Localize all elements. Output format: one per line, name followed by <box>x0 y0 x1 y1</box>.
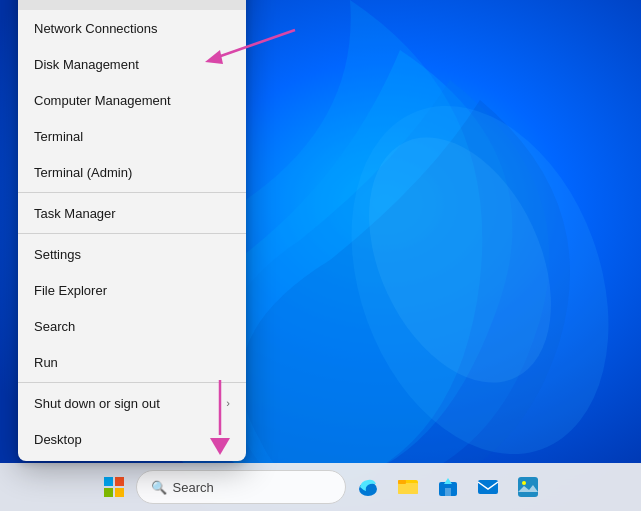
menu-item-label: Desktop <box>34 432 82 447</box>
svg-rect-10 <box>115 488 124 497</box>
menu-item-label: Terminal (Admin) <box>34 165 132 180</box>
search-label: Search <box>173 480 214 495</box>
taskbar-icon-2[interactable] <box>390 469 426 505</box>
start-button[interactable] <box>96 469 132 505</box>
svg-rect-18 <box>478 480 498 494</box>
store-icon <box>437 476 459 498</box>
menu-item-disk-management[interactable]: Disk Management <box>18 46 246 82</box>
photos-icon <box>517 476 539 498</box>
menu-item-label: Search <box>34 319 75 334</box>
edge-icon <box>356 475 380 499</box>
context-menu: SystemDevice ManagerNetwork ConnectionsD… <box>18 0 246 461</box>
svg-rect-19 <box>518 477 538 497</box>
explorer-icon <box>397 476 419 498</box>
menu-item-computer-management[interactable]: Computer Management <box>18 82 246 118</box>
desktop: SystemDevice ManagerNetwork ConnectionsD… <box>0 0 641 511</box>
taskbar-icon-4[interactable] <box>470 469 506 505</box>
menu-item-settings[interactable]: Settings <box>18 236 246 272</box>
svg-rect-14 <box>398 480 406 484</box>
menu-item-label: Computer Management <box>34 93 171 108</box>
svg-rect-7 <box>104 477 113 486</box>
mail-icon <box>477 476 499 498</box>
menu-item-label: Run <box>34 355 58 370</box>
svg-point-20 <box>522 481 526 485</box>
menu-item-file-explorer[interactable]: File Explorer <box>18 272 246 308</box>
search-icon: 🔍 <box>151 480 167 495</box>
menu-item-label: Settings <box>34 247 81 262</box>
menu-item-terminal[interactable]: Terminal <box>18 118 246 154</box>
menu-item-terminal-admin[interactable]: Terminal (Admin) <box>18 154 246 190</box>
menu-item-label: Task Manager <box>34 206 116 221</box>
taskbar-icon-5[interactable] <box>510 469 546 505</box>
chevron-right-icon: › <box>226 397 230 409</box>
svg-marker-16 <box>444 478 452 484</box>
menu-item-label: File Explorer <box>34 283 107 298</box>
menu-item-device-manager[interactable]: Device Manager <box>18 0 246 10</box>
svg-rect-9 <box>104 488 113 497</box>
menu-item-desktop[interactable]: Desktop <box>18 421 246 457</box>
svg-rect-13 <box>398 483 418 494</box>
taskbar-center: 🔍 Search <box>96 469 546 505</box>
taskbar: 🔍 Search <box>0 463 641 511</box>
taskbar-icon-1[interactable] <box>350 469 386 505</box>
taskbar-icon-3[interactable] <box>430 469 466 505</box>
menu-item-search[interactable]: Search <box>18 308 246 344</box>
menu-item-run[interactable]: Run <box>18 344 246 380</box>
svg-rect-8 <box>115 477 124 486</box>
menu-item-shut-down[interactable]: Shut down or sign out› <box>18 385 246 421</box>
menu-divider <box>18 233 246 234</box>
menu-divider <box>18 382 246 383</box>
menu-item-network-connections[interactable]: Network Connections <box>18 10 246 46</box>
menu-item-label: Terminal <box>34 129 83 144</box>
taskbar-search[interactable]: 🔍 Search <box>136 470 346 504</box>
menu-item-task-manager[interactable]: Task Manager <box>18 195 246 231</box>
menu-item-label: Disk Management <box>34 57 139 72</box>
menu-item-label: Shut down or sign out <box>34 396 160 411</box>
windows-logo-icon <box>104 477 124 497</box>
svg-rect-17 <box>445 488 451 496</box>
menu-item-label: Network Connections <box>34 21 158 36</box>
menu-divider <box>18 192 246 193</box>
